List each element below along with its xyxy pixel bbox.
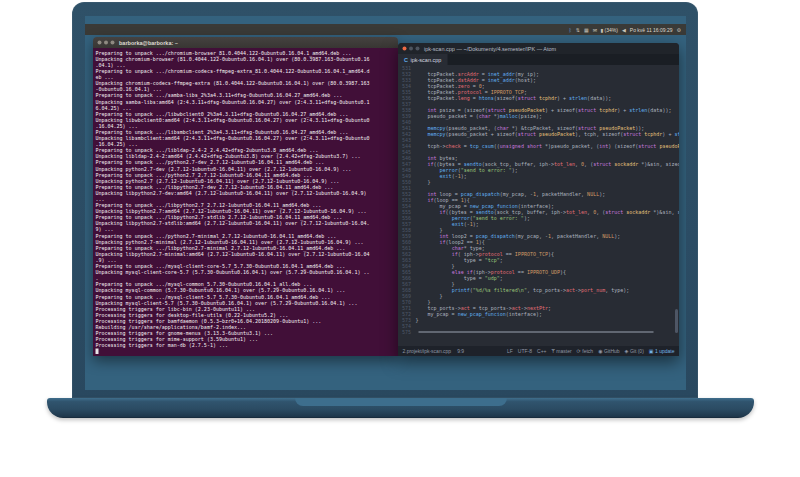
laptop-lid-notch — [295, 398, 507, 406]
status-file-path[interactable]: 2.projekt/ipk-scan.cpp — [403, 348, 452, 354]
github-indicator[interactable]: ◉GitHub — [598, 348, 619, 354]
git-branch-indicator-label: master — [556, 348, 571, 354]
atom-titlebar: ipk-scan.cpp — ~/Dokumenty/4.semester/IP… — [398, 43, 679, 54]
code-text: pseudo_packet = (char *)malloc(psize); — [416, 113, 542, 119]
git-fetch-button-icon: ⟳ — [577, 348, 581, 354]
git-fetch-button-label: fetch — [582, 348, 593, 354]
git-changes-indicator-icon: ◈ — [625, 348, 629, 354]
terminal-line: Unpacking samba-libs:amd64 (2:4.3.11+dfs… — [96, 99, 399, 105]
atom-tab-bar: C ipk-scan.cpp — [398, 54, 679, 65]
code-text — [416, 329, 654, 335]
bluetooth-icon: ᛒ — [569, 27, 572, 33]
gear-icon: ⚙ — [677, 27, 681, 33]
terminal-line: Unpacking libpython2.7-dev:amd64 (2.7.12… — [96, 190, 399, 196]
line-ending-indicator[interactable]: LF — [507, 348, 513, 354]
desktop: ᛒ⇅▦✉▮(34%)◀Po kvě 11 16:09:29⚙ barborka@… — [85, 16, 686, 390]
volume-icon[interactable]: ◀ — [622, 27, 626, 33]
encoding-indicator[interactable]: UTF-8 — [518, 348, 532, 354]
laptop-base — [47, 398, 754, 418]
atom-window: ipk-scan.cpp — ~/Dokumenty/4.semester/IP… — [398, 43, 679, 356]
terminal-body[interactable]: Preparing to unpack .../chromium-browser… — [93, 48, 398, 356]
terminal-line: Unpacking mysql-client-core-5.7 (5.7.30-… — [96, 269, 399, 275]
git-changes-indicator-label: Git (0) — [630, 348, 644, 354]
terminal-line: Unpacking libsmbclient:amd64 (2:4.3.11+d… — [96, 135, 399, 141]
code-line: 575 — [398, 329, 679, 335]
mail-icon[interactable]: ✉ — [593, 27, 597, 33]
encoding-indicator-label: UTF-8 — [518, 348, 532, 354]
git-changes-indicator[interactable]: ◈Git (0) — [625, 348, 644, 354]
terminal-window: barborka@barborka: ~ Preparing to unpack… — [93, 37, 398, 356]
atom-title: ipk-scan.cpp — ~/Dokumenty/4.semester/IP… — [424, 46, 556, 52]
line-number: 575 — [398, 329, 416, 335]
code-lines: 530tcph->urg_ptr = 0;531 532 tcpPacket.s… — [398, 65, 679, 335]
clock[interactable]: Po kvě 11 16:09:29 — [630, 27, 673, 33]
git-branch-indicator-icon: Ɏ — [551, 348, 554, 354]
battery-icon-label: (34%) — [605, 27, 618, 33]
terminal-line: Unpacking libwbclient0:amd64 (2:4.3.11+d… — [96, 117, 399, 123]
terminal-titlebar: barborka@barborka: ~ — [93, 37, 398, 48]
terminal-minimize-button[interactable] — [104, 41, 108, 45]
grammar-indicator[interactable]: C++ — [537, 348, 546, 354]
terminal-maximize-button[interactable] — [111, 41, 115, 45]
code-text: tcpPacket.leng = htons(sizeof(struct tcp… — [416, 95, 612, 101]
code-editor[interactable]: 530tcph->urg_ptr = 0;531 532 tcpPacket.s… — [398, 65, 679, 346]
battery-icon[interactable]: ▮(34%) — [601, 27, 618, 33]
update-badge-label: 1 update — [655, 348, 674, 354]
terminal-title: barborka@barborka: ~ — [119, 40, 178, 46]
battery-icon: ▮ — [601, 27, 604, 33]
updown-arrows-icon[interactable]: ⇅ — [576, 27, 580, 33]
terminal-line: Unpacking chromium-browser (81.0.4044.12… — [96, 56, 399, 62]
updown-arrows-icon: ⇅ — [576, 27, 580, 33]
clock-label: Po kvě 11 16:09:29 — [630, 27, 673, 33]
code-line: 542 memcpy(pseudo_packet + sizeof(struct… — [398, 131, 679, 137]
volume-icon: ◀ — [622, 27, 626, 33]
github-indicator-label: GitHub — [604, 348, 620, 354]
terminal-close-button[interactable] — [98, 41, 102, 45]
code-text: my_pcap = new_pcap_funcion(interface); — [416, 311, 542, 317]
cpp-file-icon: C — [404, 57, 408, 63]
code-text: memcpy(pseudo_packet + sizeof(struct pse… — [416, 131, 680, 137]
git-branch-indicator[interactable]: Ɏmaster — [551, 348, 571, 354]
grammar-indicator-label: C++ — [537, 348, 546, 354]
terminal-cursor — [96, 349, 99, 355]
gear-icon[interactable]: ⚙ — [677, 27, 681, 33]
atom-status-bar: 2.projekt/ipk-scan.cpp 9:9 LFUTF-8C++Ɏma… — [398, 346, 679, 356]
terminal-prompt-line — [96, 349, 399, 355]
terminal-line: Unpacking libpython2.7-stdlib:amd64 (2.7… — [96, 221, 399, 227]
tab-label: ipk-scan.cpp — [410, 57, 441, 63]
atom-close-button[interactable] — [403, 47, 407, 51]
laptop-mockup: ᛒ⇅▦✉▮(34%)◀Po kvě 11 16:09:29⚙ barborka@… — [0, 0, 800, 477]
line-ending-indicator-label: LF — [507, 348, 513, 354]
atom-maximize-button[interactable] — [416, 47, 420, 51]
terminal-line: Unpacking libpython2.7-minimal:amd64 (2.… — [96, 251, 399, 257]
code-text: printf("%d/%s filtered\n", tcp_ports->ac… — [416, 287, 630, 293]
mail-icon: ✉ — [593, 27, 597, 33]
code-text: tcph->check = tcp_csum((unsigned short *… — [416, 143, 680, 149]
system-tray: ᛒ⇅▦✉▮(34%)◀Po kvě 11 16:09:29⚙ — [85, 24, 686, 35]
git-fetch-button[interactable]: ⟳fetch — [577, 348, 594, 354]
code-line: 544 tcph->check = tcp_csum((unsigned sho… — [398, 143, 679, 149]
keyboard-indicator-icon: ▦ — [584, 27, 589, 33]
atom-minimize-button[interactable] — [409, 47, 413, 51]
status-cursor-position[interactable]: 9:9 — [457, 348, 464, 354]
github-indicator-icon: ◉ — [598, 348, 602, 354]
editor-scrollbar[interactable] — [675, 309, 678, 333]
update-badge-icon: ▣ — [649, 348, 654, 354]
top-panel: ᛒ⇅▦✉▮(34%)◀Po kvě 11 16:09:29⚙ — [85, 24, 686, 35]
tab-ipk-scan[interactable]: C ipk-scan.cpp — [398, 54, 447, 65]
terminal-output: Preparing to unpack .../chromium-browser… — [93, 48, 398, 355]
status-right-items: LFUTF-8C++Ɏmaster⟳fetch◉GitHub◈Git (0)▣1… — [507, 348, 674, 354]
update-badge[interactable]: ▣1 update — [649, 348, 675, 354]
keyboard-indicator-icon[interactable]: ▦ — [584, 27, 589, 33]
terminal-line: Preparing to unpack .../chromium-codecs-… — [96, 68, 399, 74]
bluetooth-icon[interactable]: ᛒ — [569, 27, 572, 33]
